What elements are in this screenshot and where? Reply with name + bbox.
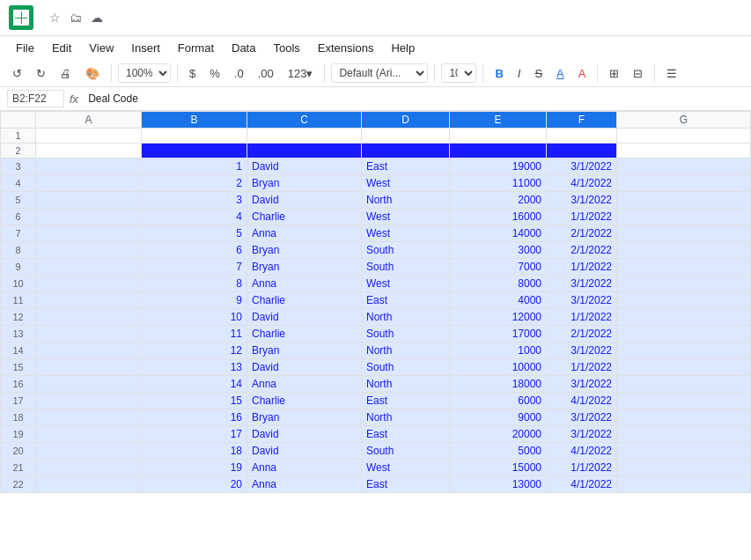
- menu-extensions[interactable]: Extensions: [311, 38, 381, 58]
- cell-e14[interactable]: 1000: [450, 343, 547, 359]
- cell-c10[interactable]: Anna: [247, 276, 362, 292]
- menu-data[interactable]: Data: [225, 38, 262, 58]
- cell-a10[interactable]: [36, 276, 142, 292]
- folder-icon[interactable]: 🗂: [70, 11, 82, 25]
- cell-g9[interactable]: [617, 259, 751, 276]
- cell-d8[interactable]: South: [362, 242, 450, 259]
- cell-e19[interactable]: 20000: [450, 426, 547, 443]
- cell-b12[interactable]: 10: [142, 309, 247, 326]
- cell-e10[interactable]: 8000: [450, 276, 547, 292]
- cell-f13[interactable]: 2/1/2022: [547, 326, 617, 343]
- cell-c9[interactable]: Bryan: [247, 259, 362, 276]
- menu-help[interactable]: Help: [384, 38, 422, 58]
- italic-button[interactable]: I: [512, 64, 526, 83]
- cell-f5[interactable]: 3/1/2022: [547, 192, 617, 209]
- cell-a14[interactable]: [36, 343, 142, 359]
- cell-d14[interactable]: North: [362, 343, 450, 359]
- cell-d10[interactable]: West: [362, 276, 450, 292]
- cell-f19[interactable]: 3/1/2022: [547, 426, 617, 443]
- cell-b3[interactable]: 1: [142, 158, 247, 175]
- col-salesperson[interactable]: [247, 144, 362, 158]
- bold-button[interactable]: B: [490, 64, 508, 83]
- cell-c4[interactable]: Bryan: [247, 175, 362, 192]
- cell-g1[interactable]: [617, 129, 751, 144]
- cell-b8[interactable]: 6: [142, 242, 247, 259]
- cell-e17[interactable]: 6000: [450, 393, 547, 409]
- cell-c20[interactable]: David: [247, 443, 362, 460]
- cell-g2[interactable]: [617, 144, 751, 158]
- cell-e21[interactable]: 15000: [450, 460, 547, 476]
- cell-b11[interactable]: 9: [142, 292, 247, 309]
- cell-f17[interactable]: 4/1/2022: [547, 393, 617, 409]
- cell-g22[interactable]: [617, 476, 751, 493]
- cell-e6[interactable]: 16000: [450, 209, 547, 225]
- cell-c12[interactable]: David: [247, 309, 362, 326]
- paint-button[interactable]: 🎨: [80, 64, 105, 83]
- cell-e8[interactable]: 3000: [450, 242, 547, 259]
- cell-c21[interactable]: Anna: [247, 460, 362, 476]
- cell-a11[interactable]: [36, 292, 142, 309]
- cell-g14[interactable]: [617, 343, 751, 359]
- cell-f10[interactable]: 3/1/2022: [547, 276, 617, 292]
- cell-a20[interactable]: [36, 443, 142, 460]
- cell-c1[interactable]: [247, 129, 362, 144]
- cell-d3[interactable]: East: [362, 158, 450, 175]
- cell-d4[interactable]: West: [362, 175, 450, 192]
- col-header-b[interactable]: B: [142, 112, 247, 129]
- cell-d16[interactable]: North: [362, 376, 450, 393]
- cell-e7[interactable]: 14000: [450, 225, 547, 242]
- cell-f18[interactable]: 3/1/2022: [547, 409, 617, 426]
- cell-g20[interactable]: [617, 443, 751, 460]
- cell-g7[interactable]: [617, 225, 751, 242]
- cell-g13[interactable]: [617, 326, 751, 343]
- cell-a21[interactable]: [36, 460, 142, 476]
- cell-c19[interactable]: David: [247, 426, 362, 443]
- cell-d18[interactable]: North: [362, 409, 450, 426]
- cell-f12[interactable]: 1/1/2022: [547, 309, 617, 326]
- star-icon[interactable]: ☆: [49, 11, 61, 25]
- cell-d15[interactable]: South: [362, 359, 450, 376]
- cell-e3[interactable]: 19000: [450, 158, 547, 175]
- cell-f7[interactable]: 2/1/2022: [547, 225, 617, 242]
- percent-button[interactable]: %: [204, 64, 225, 83]
- cell-c22[interactable]: Anna: [247, 476, 362, 493]
- cell-e16[interactable]: 18000: [450, 376, 547, 393]
- cell-b18[interactable]: 16: [142, 409, 247, 426]
- cell-f8[interactable]: 2/1/2022: [547, 242, 617, 259]
- cell-b7[interactable]: 5: [142, 225, 247, 242]
- cell-a6[interactable]: [36, 209, 142, 225]
- cell-a5[interactable]: [36, 192, 142, 209]
- menu-format[interactable]: Format: [171, 38, 221, 58]
- cell-c15[interactable]: David: [247, 359, 362, 376]
- cell-f20[interactable]: 4/1/2022: [547, 443, 617, 460]
- cell-ref-input[interactable]: [7, 90, 64, 107]
- align-button[interactable]: ☰: [661, 64, 682, 83]
- cell-e1[interactable]: [450, 129, 547, 144]
- format-123-button[interactable]: 123▾: [283, 64, 319, 83]
- menu-insert[interactable]: Insert: [124, 38, 167, 58]
- zoom-select[interactable]: 100%: [118, 63, 171, 83]
- cell-c18[interactable]: Bryan: [247, 409, 362, 426]
- cell-d19[interactable]: East: [362, 426, 450, 443]
- menu-file[interactable]: File: [9, 38, 41, 58]
- menu-edit[interactable]: Edit: [45, 38, 78, 58]
- cell-d13[interactable]: South: [362, 326, 450, 343]
- cell-d12[interactable]: North: [362, 309, 450, 326]
- cell-a2[interactable]: [36, 144, 142, 158]
- cell-g15[interactable]: [617, 359, 751, 376]
- cell-c6[interactable]: Charlie: [247, 209, 362, 225]
- cell-e4[interactable]: 11000: [450, 175, 547, 192]
- borders-button[interactable]: ⊞: [604, 64, 624, 83]
- cell-c7[interactable]: Anna: [247, 225, 362, 242]
- cell-d9[interactable]: South: [362, 259, 450, 276]
- cell-c14[interactable]: Bryan: [247, 343, 362, 359]
- col-record-date[interactable]: [547, 144, 617, 158]
- cell-d11[interactable]: East: [362, 292, 450, 309]
- cell-e12[interactable]: 12000: [450, 309, 547, 326]
- cell-a17[interactable]: [36, 393, 142, 409]
- cell-f16[interactable]: 3/1/2022: [547, 376, 617, 393]
- undo-button[interactable]: ↺: [7, 64, 27, 83]
- cell-g8[interactable]: [617, 242, 751, 259]
- cell-e20[interactable]: 5000: [450, 443, 547, 460]
- cell-f6[interactable]: 1/1/2022: [547, 209, 617, 225]
